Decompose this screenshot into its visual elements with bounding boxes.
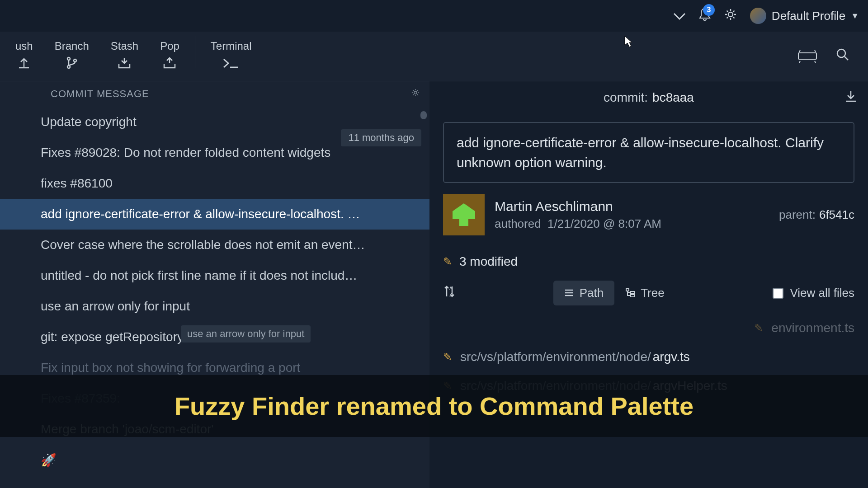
- pop-icon: [162, 56, 177, 73]
- caret-down-icon: ▼: [851, 11, 859, 21]
- svg-rect-11: [631, 295, 634, 297]
- list-icon: [564, 286, 574, 300]
- commit-row[interactable]: add ignore-certificate-error & allow-ins…: [0, 199, 429, 230]
- profile-dropdown[interactable]: Default Profile ▼: [750, 8, 859, 24]
- svg-point-2: [67, 66, 70, 68]
- view-bar: AZ Path Tree View all files: [429, 277, 868, 314]
- sort-icon[interactable]: AZ: [443, 285, 456, 301]
- commit-row[interactable]: 🚀: [0, 445, 429, 475]
- profile-label: Default Profile: [772, 9, 845, 23]
- push-icon: [17, 56, 31, 73]
- commit-row[interactable]: git: expose getRepositoryuse an arrow on…: [0, 322, 429, 352]
- keyboard-icon[interactable]: [797, 48, 817, 65]
- commit-row[interactable]: fixes #86100: [0, 168, 429, 199]
- commit-row[interactable]: Fixes #89028: Do not render folded conte…: [0, 137, 429, 168]
- detail-header: commit: bc8aaa: [429, 81, 868, 114]
- path-toggle[interactable]: Path: [553, 281, 615, 305]
- gear-icon[interactable]: [410, 88, 420, 100]
- push-button[interactable]: ush: [5, 36, 44, 77]
- svg-text:A: A: [449, 286, 453, 291]
- view-toggle: Path Tree: [553, 281, 675, 305]
- branch-icon: [65, 56, 79, 73]
- overlay-banner: Fuzzy Finder renamed to Command Palette: [0, 375, 868, 437]
- file-name: argv.ts: [653, 350, 690, 364]
- svg-point-6: [414, 91, 417, 94]
- commit-message: 🚀: [41, 453, 429, 468]
- commit-message: untitled - do not pick first line name i…: [41, 268, 429, 283]
- commit-message: Fixes #89028: Do not render folded conte…: [41, 145, 429, 160]
- terminal-button[interactable]: Terminal: [200, 36, 263, 77]
- separator: [195, 36, 195, 68]
- pencil-icon: ✎: [443, 255, 452, 268]
- commit-message-box: add ignore-certificate-error & allow-ins…: [443, 122, 854, 183]
- branch-button[interactable]: Branch: [44, 36, 100, 77]
- notification-badge: 3: [703, 4, 715, 16]
- author-row: Martin Aeschlimann authored 1/21/2020 @ …: [429, 194, 868, 246]
- terminal-icon: [222, 56, 240, 73]
- pencil-icon: ✎: [754, 322, 763, 334]
- pencil-icon: ✎: [443, 351, 452, 363]
- svg-rect-9: [626, 289, 629, 291]
- view-all-files[interactable]: View all files: [773, 286, 854, 300]
- commit-row[interactable]: Cover case where the scrollable does not…: [0, 230, 429, 260]
- svg-point-0: [728, 12, 733, 17]
- commit-list-header: COMMIT MESSAGE: [0, 81, 429, 107]
- notifications-button[interactable]: 3: [698, 8, 711, 24]
- tooltip: use an arrow only for input: [181, 325, 311, 343]
- avatar: [750, 8, 766, 24]
- commit-message: fixes #86100: [41, 176, 429, 191]
- download-icon[interactable]: [844, 89, 857, 106]
- checkbox[interactable]: [773, 288, 783, 299]
- svg-text:Z: Z: [449, 292, 452, 297]
- tree-toggle[interactable]: Tree: [614, 281, 675, 305]
- svg-point-3: [74, 59, 76, 62]
- author-name: Martin Aeschlimann: [495, 199, 769, 214]
- commit-message: Update copyright: [41, 115, 429, 129]
- chevron-down-icon[interactable]: [673, 8, 686, 24]
- stash-button[interactable]: Stash: [100, 36, 149, 77]
- commit-row[interactable]: untitled - do not pick first line name i…: [0, 260, 429, 291]
- overlay-text: Fuzzy Finder renamed to Command Palette: [0, 391, 868, 421]
- commit-hash: bc8aaa: [652, 90, 694, 105]
- commit-row[interactable]: use an arrow only for input: [0, 291, 429, 322]
- toolbar: ush Branch Stash Pop Terminal: [0, 32, 868, 81]
- file-row[interactable]: ✎environment.ts: [443, 314, 854, 343]
- svg-point-5: [837, 49, 845, 57]
- time-label: 11 months ago: [341, 129, 421, 146]
- tree-icon: [625, 286, 635, 300]
- commit-message: Cover case where the scrollable does not…: [41, 238, 429, 252]
- parent-info[interactable]: parent:6f541c: [779, 208, 854, 222]
- search-icon[interactable]: [835, 47, 850, 66]
- commit-message: use an arrow only for input: [41, 299, 429, 314]
- top-header: 3 Default Profile ▼: [0, 0, 868, 32]
- avatar: [443, 194, 485, 235]
- stash-icon: [117, 56, 132, 73]
- svg-rect-10: [631, 291, 634, 294]
- svg-rect-4: [798, 53, 816, 59]
- pop-button[interactable]: Pop: [149, 36, 190, 77]
- commit-message: Fix input box not showing for forwarding…: [41, 361, 429, 375]
- gear-icon[interactable]: [724, 8, 737, 24]
- modified-count: ✎ 3 modified: [429, 246, 868, 277]
- file-row[interactable]: ✎src/vs/platform/environment/node/argv.t…: [443, 343, 854, 371]
- svg-point-1: [67, 57, 70, 60]
- commit-message: add ignore-certificate-error & allow-ins…: [41, 207, 429, 221]
- author-date: authored 1/21/2020 @ 8:07 AM: [495, 217, 769, 231]
